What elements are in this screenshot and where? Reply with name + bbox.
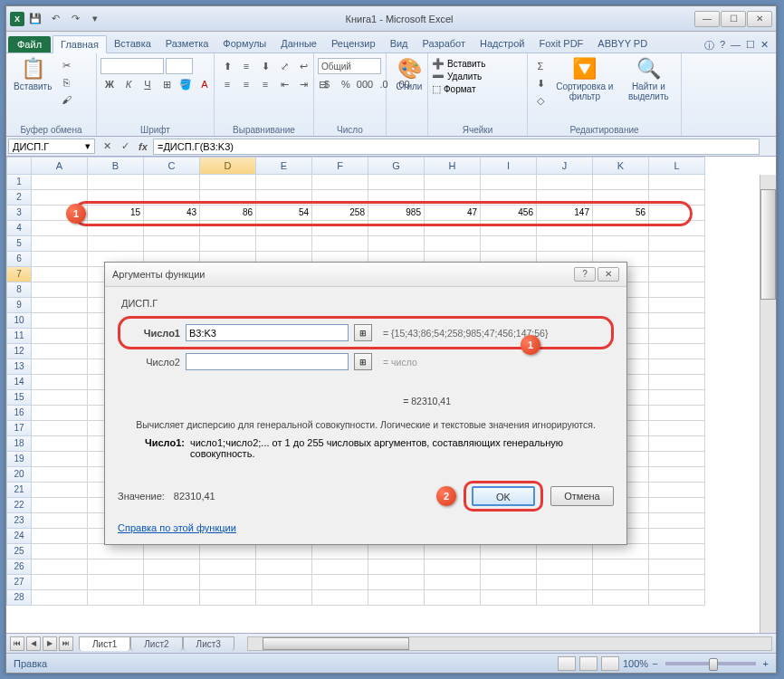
row-header[interactable]: 6 [6, 252, 32, 267]
cell[interactable] [32, 390, 88, 406]
cell[interactable] [649, 252, 705, 267]
fill-icon[interactable]: ⬇ [531, 75, 550, 91]
cell[interactable] [32, 375, 88, 390]
cell[interactable] [32, 452, 88, 467]
paste-button[interactable]: 📋Вставить [10, 55, 55, 93]
cell[interactable] [32, 559, 88, 575]
cell[interactable] [368, 590, 425, 606]
cell[interactable] [649, 483, 705, 498]
cell[interactable] [537, 190, 593, 206]
view-normal-icon[interactable] [558, 656, 576, 671]
cell[interactable] [649, 421, 705, 436]
cell[interactable] [368, 236, 425, 252]
insert-cell-icon[interactable]: ➕ [432, 58, 445, 70]
cell[interactable] [32, 359, 88, 375]
cell[interactable] [537, 575, 593, 590]
select-all-corner[interactable] [6, 157, 32, 175]
row-header[interactable]: 11 [6, 329, 32, 344]
cell[interactable]: 15 [88, 206, 144, 221]
cell[interactable] [312, 559, 368, 575]
row-header[interactable]: 17 [6, 421, 32, 436]
cell[interactable] [312, 236, 368, 252]
cell[interactable] [256, 236, 312, 252]
column-header[interactable]: H [425, 157, 481, 175]
cell[interactable] [425, 221, 481, 236]
delete-cell-icon[interactable]: ➖ [432, 71, 445, 82]
cell[interactable] [425, 175, 481, 190]
cell[interactable] [425, 544, 481, 559]
cell[interactable] [649, 298, 705, 313]
format-cell-icon[interactable]: ⬚ [432, 83, 441, 95]
cell[interactable] [649, 436, 705, 452]
row-header[interactable]: 25 [6, 544, 32, 559]
undo-icon[interactable]: ↶ [46, 10, 64, 28]
dialog-titlebar[interactable]: Аргументы функции ?✕ [105, 263, 626, 287]
cut-icon[interactable]: ✂ [57, 57, 75, 73]
align-left-icon[interactable]: ≡ [218, 76, 236, 92]
cell[interactable] [32, 544, 88, 559]
align-bottom-icon[interactable]: ⬇ [256, 58, 274, 74]
cell[interactable] [649, 575, 705, 590]
cell[interactable] [481, 236, 537, 252]
cell[interactable] [312, 575, 368, 590]
column-header[interactable]: B [88, 157, 144, 175]
cell[interactable] [649, 390, 705, 406]
row-header[interactable]: 7 [6, 267, 32, 282]
range-picker-icon-2[interactable]: ⊞ [354, 353, 372, 370]
column-header[interactable]: A [32, 157, 88, 175]
cell[interactable] [593, 544, 649, 559]
cell[interactable] [32, 421, 88, 436]
cell[interactable] [368, 190, 425, 206]
align-right-icon[interactable]: ≡ [256, 76, 274, 92]
cell[interactable] [649, 406, 705, 421]
ribbon-tab-3[interactable]: Формулы [215, 35, 273, 53]
cell[interactable]: 258 [312, 206, 368, 221]
cell[interactable] [32, 344, 88, 359]
cell[interactable] [32, 298, 88, 313]
zoom-in-icon[interactable]: + [763, 658, 769, 669]
cell[interactable] [537, 175, 593, 190]
cell[interactable] [649, 221, 705, 236]
ribbon-tab-2[interactable]: Разметка [158, 35, 216, 53]
orientation-icon[interactable]: ⤢ [275, 58, 293, 74]
cell[interactable] [32, 190, 88, 206]
italic-icon[interactable]: К [120, 76, 138, 92]
align-top-icon[interactable]: ⬆ [218, 58, 236, 74]
align-center-icon[interactable]: ≡ [237, 76, 255, 92]
cell[interactable]: 86 [200, 206, 256, 221]
cell[interactable] [312, 175, 368, 190]
cell[interactable] [593, 559, 649, 575]
cell[interactable] [32, 406, 88, 421]
row-header[interactable]: 20 [6, 467, 32, 483]
cell[interactable] [593, 590, 649, 606]
row-header[interactable]: 1 [6, 175, 32, 190]
cell[interactable] [312, 590, 368, 606]
ribbon-tab-0[interactable]: Главная [53, 35, 107, 53]
cell[interactable] [537, 559, 593, 575]
cell[interactable]: 47 [425, 206, 481, 221]
ribbon-tab-6[interactable]: Вид [383, 35, 416, 53]
minimize-ribbon-icon[interactable]: ⓘ [704, 39, 714, 53]
row-header[interactable]: 19 [6, 452, 32, 467]
cell[interactable] [256, 559, 312, 575]
cell[interactable] [256, 190, 312, 206]
cell[interactable] [200, 236, 256, 252]
cell[interactable]: 54 [256, 206, 312, 221]
cell[interactable] [368, 559, 425, 575]
cell[interactable] [200, 175, 256, 190]
bold-icon[interactable]: Ж [100, 76, 119, 92]
cancel-button[interactable]: Отмена [550, 486, 614, 506]
cell[interactable] [425, 190, 481, 206]
save-icon[interactable]: 💾 [26, 10, 44, 28]
tab-nav-last-icon[interactable]: ⏭ [59, 636, 73, 651]
cell[interactable] [32, 436, 88, 452]
cell[interactable]: 456 [481, 206, 537, 221]
ok-button[interactable]: OK [472, 486, 535, 506]
cell[interactable] [32, 467, 88, 483]
cell[interactable]: 43 [144, 206, 200, 221]
chevron-down-icon[interactable]: ▾ [85, 140, 91, 152]
cell[interactable] [32, 206, 88, 221]
column-header[interactable]: L [649, 157, 705, 175]
dialog-close-icon[interactable]: ✕ [598, 267, 619, 282]
cell[interactable] [32, 267, 88, 282]
